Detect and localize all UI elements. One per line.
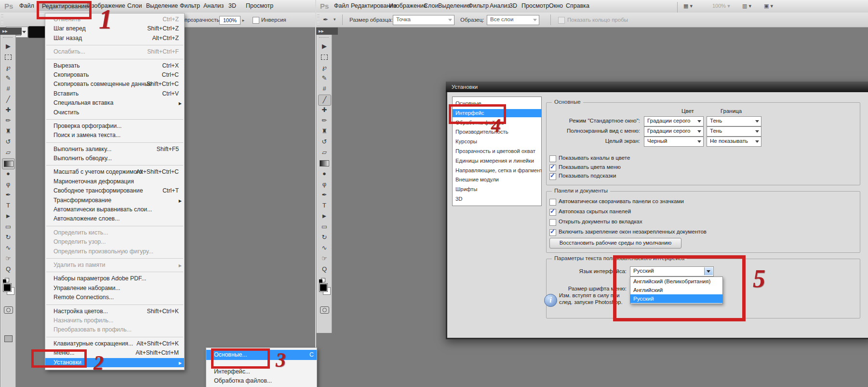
quick-selection-tool[interactable]: ✎ xyxy=(319,73,330,83)
section-item-3d[interactable]: 3D xyxy=(453,195,541,203)
section-item-внешние-модули[interactable]: Внешние модули xyxy=(453,176,541,184)
blur-tool[interactable]: ● xyxy=(319,169,330,179)
dodge-tool[interactable]: φ xyxy=(319,180,330,189)
restore-workspaces-button[interactable]: Восстановить рабочие среды по умолчанию xyxy=(549,238,681,249)
path-selection-tool[interactable]: ► xyxy=(319,211,330,221)
pen-tool[interactable]: ✒ xyxy=(319,190,330,200)
menu-item-анализ[interactable]: Анализ xyxy=(203,2,224,9)
color-select-2[interactable]: Черный xyxy=(644,137,704,147)
edit-menu-item-вставить[interactable]: ВставитьCtrl+V xyxy=(45,89,184,98)
clone-stamp-tool[interactable]: ♜ xyxy=(319,126,330,136)
pen-tool[interactable]: ✒ xyxy=(2,190,14,200)
hand-tool[interactable]: ☞ xyxy=(319,254,330,263)
arrange-documents-icon[interactable]: ▥ ▾ xyxy=(742,3,751,9)
screen-mode-icon[interactable]: ▣ ▾ xyxy=(764,3,773,9)
border-select-0[interactable]: Тень xyxy=(707,116,761,126)
edit-menu-item-шаг-назад[interactable]: Шаг назадAlt+Ctrl+Z xyxy=(45,34,184,43)
foreground-color-swatch[interactable] xyxy=(3,284,11,291)
crop-tool[interactable]: # xyxy=(2,84,14,94)
checkbox-показывать-каналы-в-цвете[interactable] xyxy=(549,155,556,162)
opacity-field[interactable]: 100% xyxy=(219,16,240,25)
dialog-title[interactable]: Установки xyxy=(446,82,868,92)
edit-menu-item-свободное-трансформирование[interactable]: Свободное трансформированиеCtrl+T xyxy=(45,186,184,195)
history-brush-tool[interactable]: ↺ xyxy=(2,137,14,147)
checkbox-показывать-цвета-меню[interactable]: ✓ xyxy=(549,165,556,171)
edit-menu-item-поиск-и-замена-текста[interactable]: Поиск и замена текста... xyxy=(45,131,184,140)
edit-menu-item-управление-наборами[interactable]: Управление наборами... xyxy=(45,284,184,293)
edit-menu-item-назначить-профиль[interactable]: Назначить профиль... xyxy=(45,316,184,325)
rectangular-marquee-tool[interactable] xyxy=(319,52,330,62)
3d-orbit-tool[interactable]: ∿ xyxy=(2,243,14,253)
edit-menu-item-удалить-из-памяти[interactable]: Удалить из памяти▶ xyxy=(45,261,184,270)
edit-menu-item-трансформирование[interactable]: Трансформирование▶ xyxy=(45,196,184,205)
checkbox-включить-закрепление-окон-незакрепленных-документов[interactable]: ✓ xyxy=(549,229,556,236)
3d-rotate-tool[interactable]: ↻ xyxy=(2,233,14,242)
section-item-единицы-измерения-и-линейки[interactable]: Единицы измерения и линейки xyxy=(453,157,541,165)
chevron-down-icon[interactable]: ▾ xyxy=(334,17,336,22)
eyedropper-tool[interactable]: ╱ xyxy=(2,95,14,104)
border-select-2[interactable]: Не показывать xyxy=(707,137,761,147)
edit-menu-item-специальная-вставка[interactable]: Специальная вставка▶ xyxy=(45,98,184,108)
launch-bridge-icon[interactable]: ▦ ▾ xyxy=(683,3,693,9)
menu-item-анализ[interactable]: Анализ xyxy=(490,2,510,9)
healing-brush-tool[interactable]: ✚ xyxy=(2,105,14,115)
default-colors-icon[interactable] xyxy=(319,278,325,283)
edit-menu-item-автоналожение-слоев[interactable]: Автоналожение слоев... xyxy=(45,214,184,223)
right-toolbar-header[interactable]: ▶▶ xyxy=(316,28,338,35)
edit-menu-item-наборы-параметров-adobe-pdf[interactable]: Наборы параметров Adobe PDF... xyxy=(45,274,184,283)
move-tool[interactable]: ▶ xyxy=(319,41,330,51)
edit-menu-item-выполнить-заливку[interactable]: Выполнить заливку...Shift+F5 xyxy=(45,145,184,154)
dodge-tool[interactable]: φ xyxy=(2,180,14,189)
zoom-tool[interactable]: Q xyxy=(319,264,330,274)
quick-mask-icon[interactable] xyxy=(4,306,13,314)
edit-menu-item-определить-кисть[interactable]: Определить кисть... xyxy=(45,228,184,237)
submenu-item-производительность[interactable]: Производительность xyxy=(206,385,317,387)
blur-tool[interactable]: ● xyxy=(2,169,14,179)
menu-item-фильтр[interactable]: Фильтр xyxy=(180,2,200,9)
edit-menu-item-автоматически-выравнивать-слои[interactable]: Автоматически выравнивать слои... xyxy=(45,205,184,214)
quick-selection-tool[interactable]: ✎ xyxy=(2,73,14,83)
rectangle-tool[interactable]: ▭ xyxy=(319,222,330,232)
edit-menu-item-скопировать[interactable]: СкопироватьCtrl+C xyxy=(45,70,184,80)
menu-item-выделение[interactable]: Выделение xyxy=(438,2,470,9)
eraser-tool[interactable]: ▱ xyxy=(2,148,14,157)
options-grip[interactable] xyxy=(1,14,3,25)
edit-menu-item-марионеточная-деформация[interactable]: Марионеточная деформация xyxy=(45,177,184,186)
healing-brush-tool[interactable]: ✚ xyxy=(319,105,330,115)
crop-tool[interactable]: # xyxy=(319,84,330,94)
edit-menu-item-проверка-орфографии[interactable]: Проверка орфографии... xyxy=(45,122,184,131)
eyedropper-tool[interactable]: ╱ xyxy=(318,95,331,106)
edit-menu-item-определить-узор[interactable]: Определить узор... xyxy=(45,237,184,247)
move-tool[interactable]: ▶ xyxy=(2,41,14,51)
menu-item-выделение[interactable]: Выделение xyxy=(146,2,178,9)
edit-menu-item-преобразовать-в-профиль[interactable]: Преобразовать в профиль... xyxy=(45,325,184,334)
3d-rotate-tool[interactable]: ↻ xyxy=(319,233,330,242)
opacity-spinner[interactable]: ▸ xyxy=(240,16,246,25)
menu-item-окно[interactable]: Окно xyxy=(549,2,563,9)
edit-menu-item-шаг-вперед[interactable]: Шаг впередShift+Ctrl+Z xyxy=(45,24,184,33)
section-item-направляющие-сетка-и-фрагменты[interactable]: Направляющие, сетка и фрагменты xyxy=(453,166,541,175)
edit-menu-item-клавиатурные-сокращения[interactable]: Клавиатурные сокращения...Alt+Shift+Ctrl… xyxy=(45,339,184,348)
history-brush-tool[interactable]: ↺ xyxy=(319,137,330,147)
sample-size-select[interactable]: Точка xyxy=(393,15,454,25)
gradient-tool[interactable] xyxy=(2,158,15,169)
brush-tool[interactable]: ✏ xyxy=(2,116,14,125)
brush-tool[interactable]: ✏ xyxy=(319,116,330,125)
rectangular-marquee-tool[interactable] xyxy=(2,52,14,62)
edit-menu-item-remote-connections[interactable]: Remote Connections... xyxy=(45,293,184,302)
edit-menu-item-скопировать-совмещенные-данные[interactable]: Скопировать совмещенные данныеShift+Ctrl… xyxy=(45,80,184,89)
rectangle-tool[interactable]: ▭ xyxy=(2,222,14,232)
edit-menu-item-ослабить[interactable]: Ослабить...Shift+Ctrl+F xyxy=(45,47,184,56)
edit-menu-item-очистить[interactable]: Очистить xyxy=(45,108,184,117)
edit-menu-item-определить-произвольную-фигуру[interactable]: Определить произвольную фигуру... xyxy=(45,247,184,256)
color-select-0[interactable]: Градации серого xyxy=(644,116,704,126)
checkbox-автопоказ-скрытых-панелей[interactable]: ✓ xyxy=(549,209,556,216)
type-tool[interactable]: T xyxy=(319,201,330,210)
edit-menu-item-настройка-цветов[interactable]: Настройка цветов...Shift+Ctrl+K xyxy=(45,307,184,316)
menu-item-файл[interactable]: Файл xyxy=(334,2,349,9)
path-selection-tool[interactable]: ► xyxy=(2,211,14,221)
eyedropper-tool-icon[interactable]: ✒ xyxy=(323,16,328,23)
screen-mode-icon[interactable] xyxy=(4,335,13,342)
border-select-1[interactable]: Тень xyxy=(707,126,761,137)
sample-select[interactable]: Все слои xyxy=(487,15,539,25)
